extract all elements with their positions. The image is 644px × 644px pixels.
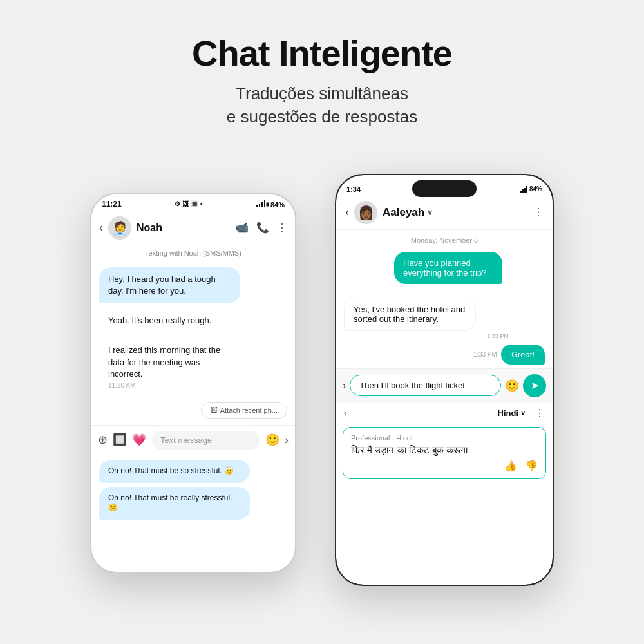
svg-rect-3 xyxy=(522,189,524,193)
svg-rect-4 xyxy=(524,188,526,193)
back-button-right[interactable]: ‹ xyxy=(345,205,349,219)
translation-label: Professional - Hindi xyxy=(351,434,538,442)
plus-icon[interactable]: ⊕ xyxy=(98,433,108,447)
chevron-left-icon[interactable]: ‹ xyxy=(344,408,347,418)
more-icon-right[interactable]: ⋮ xyxy=(533,206,544,218)
send-icon-left[interactable]: › xyxy=(285,433,289,447)
thumbs-down-icon[interactable]: 👎 xyxy=(525,460,538,472)
timestamp-1: 11:20 AM xyxy=(108,381,231,390)
emoji-icon-right[interactable]: 🙂 xyxy=(505,379,519,393)
input-bar-left: ⊕ 🔲 💗 Text message 🙂 › xyxy=(91,425,295,455)
camera-notch xyxy=(412,180,477,197)
video-icon[interactable]: 📹 xyxy=(236,222,249,234)
more-icon[interactable]: ⋮ xyxy=(277,222,287,234)
date-separator: Monday, November 6 xyxy=(336,230,553,248)
dropdown-icon[interactable]: ∨ xyxy=(427,208,433,217)
suggestion-bubble-2[interactable]: Oh no! That must be really stressful. 😕 xyxy=(99,487,250,520)
suggestion-input[interactable]: Then I'll book the flight ticket xyxy=(350,375,501,396)
phones-container: 11:21 ⚙ 🖼 🔳 • 84% ‹ 🧑‍� xyxy=(71,161,573,599)
great-time: 1:33 PM xyxy=(473,351,497,358)
main-title: Chat Inteligente xyxy=(192,32,452,74)
signal-right: 84% xyxy=(520,185,542,193)
chat-subtitle-left: Texting with Noah (SMS/MMS) xyxy=(91,245,295,261)
sent-message-1: Have you planned everything for the trip… xyxy=(394,252,502,284)
message-2: Yeah. It's been really rough. xyxy=(99,308,220,333)
bottom-bubbles: Oh no! That must be so stressful. 🤕 Oh n… xyxy=(91,455,295,525)
messages-area-left: Hey, I heard you had a tough day. I'm he… xyxy=(91,261,295,425)
svg-rect-5 xyxy=(526,186,527,193)
recv-message-1: Yes, I've booked the hotel and sorted ou… xyxy=(344,298,476,331)
page-header: Chat Inteligente Traduções simultâneas e… xyxy=(192,0,452,129)
status-bar-left: 11:21 ⚙ 🖼 🔳 • 84% xyxy=(91,194,295,211)
send-button-right[interactable]: ➤ xyxy=(523,374,546,397)
translation-text: फिर मैं उड़ान का टिकट बुक करूंगा xyxy=(351,444,538,456)
phone-icon[interactable]: 📞 xyxy=(256,222,269,234)
contact-name-right: Aaleyah ∨ xyxy=(383,206,528,219)
message-input-left[interactable]: Text message xyxy=(151,431,260,450)
time-left: 11:21 xyxy=(102,200,122,209)
message-3: I realized this morning that the data fo… xyxy=(99,338,240,397)
suggestion-bubble-1[interactable]: Oh no! That must be so stressful. 🤕 xyxy=(99,460,250,483)
thumbs-up-icon[interactable]: 👍 xyxy=(504,460,517,472)
chat-header-left: ‹ 🧑‍💼 Noah 📹 📞 ⋮ xyxy=(91,211,295,245)
back-button-left[interactable]: ‹ xyxy=(99,221,103,234)
avatar-right: 👩🏾 xyxy=(354,201,377,224)
translation-more-icon[interactable]: ⋮ xyxy=(535,407,545,419)
header-icons-left: 📹 📞 ⋮ xyxy=(236,222,287,234)
attach-icon: 🖼 xyxy=(211,406,218,414)
contact-name-left: Noah xyxy=(137,222,231,234)
language-selector[interactable]: Hindi ∨ xyxy=(498,408,526,418)
send-icon-right: ➤ xyxy=(531,379,539,392)
chat-header-right: ‹ 👩🏾 Aaleyah ∨ ⋮ xyxy=(336,196,553,230)
avatar-left: 🧑‍💼 xyxy=(108,216,131,240)
attach-suggestion[interactable]: 🖼 Attach recent ph... xyxy=(201,402,287,419)
sent-time-1: 1:32 PM xyxy=(394,286,545,292)
input-suggestion-row: › Then I'll book the flight ticket 🙂 ➤ xyxy=(336,368,553,402)
gallery-icon[interactable]: 🔲 xyxy=(113,433,127,447)
recv-time-1: 1:33 PM xyxy=(344,333,509,339)
messages-area-right: Have you planned everything for the trip… xyxy=(336,248,553,368)
translation-box: Professional - Hindi फिर मैं उड़ान का टि… xyxy=(343,427,546,479)
status-icons-left: ⚙ 🖼 🔳 • xyxy=(175,200,202,207)
time-right: 1:34 xyxy=(346,185,361,193)
lang-dropdown-icon[interactable]: ∨ xyxy=(520,409,526,417)
svg-rect-2 xyxy=(520,191,522,193)
translation-bar: ‹ Hindi ∨ ⋮ xyxy=(336,402,553,423)
sticker-icon[interactable]: 💗 xyxy=(132,433,146,447)
message-1: Hey, I heard you had a tough day. I'm he… xyxy=(99,267,240,303)
phone-right: 1:34 84% ‹ 👩🏾 Aaleyah ∨ ⋮ Monday, Novemb… xyxy=(335,174,554,586)
sent-message-2: Great! xyxy=(501,345,545,365)
emoji-icon-left[interactable]: 🙂 xyxy=(265,433,279,447)
translation-actions: 👍 👎 xyxy=(351,460,538,472)
svg-rect-1 xyxy=(267,203,269,206)
signal-left: 84% xyxy=(256,200,285,209)
chevron-right-icon[interactable]: › xyxy=(343,380,346,392)
subtitle: Traduções simultâneas e sugestões de res… xyxy=(192,82,452,129)
phone-left: 11:21 ⚙ 🖼 🔳 • 84% ‹ 🧑‍� xyxy=(90,193,296,573)
